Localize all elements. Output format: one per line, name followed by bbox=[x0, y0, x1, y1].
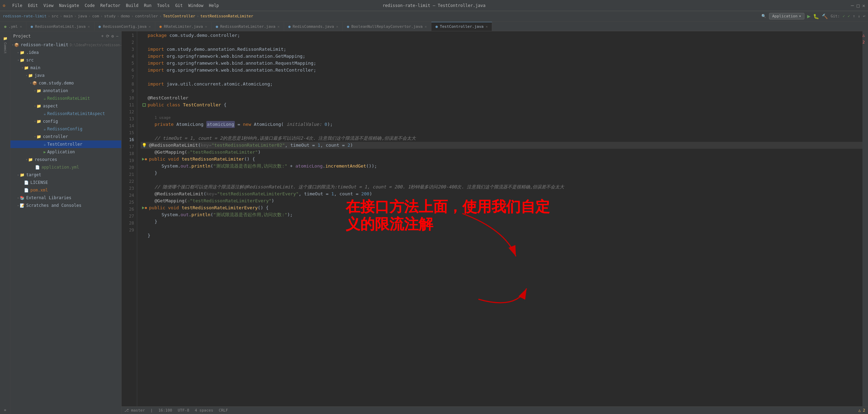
maximize-button[interactable]: □ bbox=[857, 3, 859, 8]
tree-package[interactable]: ▾ 📦 com.study.demo bbox=[10, 79, 121, 87]
menu-view[interactable]: View bbox=[43, 3, 53, 8]
breadcrumb-main[interactable]: main bbox=[64, 14, 73, 18]
tree-external-libs[interactable]: ▸ 📚 External Libraries bbox=[10, 194, 121, 202]
run-button[interactable]: ▶ bbox=[807, 13, 811, 19]
tree-redissonconfig-class[interactable]: ▸ ☕ RedissonConfig bbox=[10, 125, 121, 133]
project-icon[interactable]: 📁 bbox=[1, 34, 9, 42]
menu-code[interactable]: Code bbox=[85, 3, 95, 8]
close-button[interactable]: ✕ bbox=[862, 3, 865, 8]
encoding-info[interactable]: UTF-8 bbox=[178, 408, 189, 413]
structure-icon[interactable]: ≡ bbox=[1, 406, 9, 414]
tab-booleanconvertor[interactable]: ● BooleanNullReplayConvertor.java ✕ bbox=[343, 22, 431, 31]
menu-refactor[interactable]: Refactor bbox=[100, 3, 121, 8]
tree-redissonratelimit-class[interactable]: ▸ ☕ RedissonRateLimit bbox=[10, 95, 121, 102]
project-add-icon[interactable]: + bbox=[101, 34, 104, 39]
menu-window[interactable]: Window bbox=[188, 3, 203, 8]
tab-ratelimit[interactable]: ● RedissonRateLimit.java ✕ bbox=[26, 22, 94, 31]
tree-controller[interactable]: ▾ 📁 controller bbox=[10, 133, 121, 140]
breadcrumb-method[interactable]: testRedissonRateLimiter bbox=[200, 14, 253, 18]
scratches-icon: 📝 bbox=[20, 203, 25, 208]
tree-license[interactable]: ▸ 📄 LICENSE bbox=[10, 179, 121, 186]
git-check-icon[interactable]: ✓ bbox=[843, 14, 845, 18]
tree-aspect[interactable]: ▾ 📁 aspect bbox=[10, 102, 121, 110]
tree-root[interactable]: ▾ 📦 redisson-rate-limit D:\IdeaProjects\… bbox=[10, 41, 121, 49]
project-sync-icon[interactable]: ⟳ bbox=[106, 34, 109, 39]
project-collapse-icon[interactable]: − bbox=[116, 34, 118, 39]
minimize-button[interactable]: ─ bbox=[851, 3, 854, 8]
git-branch[interactable]: ⎇ master bbox=[124, 408, 145, 413]
menu-run[interactable]: Run bbox=[144, 3, 152, 8]
breadcrumb-java[interactable]: java bbox=[78, 14, 87, 18]
indent-info[interactable]: 4 spaces bbox=[195, 408, 213, 413]
bulb-icon[interactable]: 💡 bbox=[142, 142, 147, 149]
git-push-icon[interactable]: ↑ bbox=[853, 14, 855, 18]
tree-pom[interactable]: ▸ 📄 pom.xml bbox=[10, 186, 121, 194]
tree-idea[interactable]: ▸ 📁 .idea bbox=[10, 49, 121, 56]
tab-rediscommands-close[interactable]: ✕ bbox=[336, 25, 338, 29]
breadcrumb-com[interactable]: com bbox=[92, 14, 99, 18]
code-content[interactable]: package com.study.demo.controller; impor… bbox=[137, 31, 862, 406]
tree-testcontroller[interactable]: ▸ ☕ TestController bbox=[10, 140, 121, 148]
git-check2-icon[interactable]: ✓ bbox=[848, 14, 850, 18]
menu-edit[interactable]: Edit bbox=[28, 3, 38, 8]
idea-arrow: ▸ bbox=[17, 51, 19, 54]
tree-aspect-class[interactable]: ▸ ☕ RedissonRateLimitAspect bbox=[10, 110, 121, 117]
breadcrumb-class[interactable]: TestController bbox=[163, 14, 195, 18]
tree-target[interactable]: ▸ 📁 target bbox=[10, 171, 121, 179]
tab-config-close[interactable]: ✕ bbox=[149, 25, 151, 29]
tab-ratelimit-close[interactable]: ✕ bbox=[88, 25, 90, 29]
tree-src[interactable]: ▾ 📁 src bbox=[10, 56, 121, 64]
menu-navigate[interactable]: Navigate bbox=[59, 3, 79, 8]
menu-tools[interactable]: Tools bbox=[157, 3, 170, 8]
tab-testcontroller-close[interactable]: ✕ bbox=[486, 25, 488, 29]
warnings-info[interactable]: △ 2 bbox=[858, 408, 865, 413]
menu-build[interactable]: Build bbox=[126, 3, 138, 8]
build-button[interactable]: 🔨 bbox=[822, 14, 828, 19]
ln-3: 3 bbox=[122, 46, 134, 53]
tab-rratelimiter[interactable]: ● RRateLimiter.java ✕ bbox=[155, 22, 212, 31]
menu-help[interactable]: Help bbox=[209, 3, 219, 8]
code-line-20: } bbox=[141, 170, 862, 177]
crlf-info[interactable]: CRLF bbox=[219, 408, 228, 413]
tab-yml-label: .yml bbox=[9, 24, 18, 29]
tab-redissonratelimiter-close[interactable]: ✕ bbox=[278, 25, 280, 29]
tab-rratelimiter-close[interactable]: ✕ bbox=[205, 25, 207, 29]
tab-rediscommands[interactable]: ● RedisCommands.java ✕ bbox=[284, 22, 343, 31]
menu-file[interactable]: File bbox=[12, 3, 22, 8]
tree-application[interactable]: ▸ ▶ Application bbox=[10, 148, 121, 156]
tab-yml-close[interactable]: ✕ bbox=[20, 25, 22, 29]
breadcrumb-controller[interactable]: controller bbox=[135, 14, 158, 18]
debug-button[interactable]: 🐛 bbox=[813, 14, 819, 19]
breadcrumb-src[interactable]: src bbox=[51, 14, 58, 18]
commit-icon[interactable]: Commit bbox=[1, 44, 9, 52]
code-line-19: System.out.println("测试限流器是否起作用,访问次数:" + … bbox=[141, 163, 862, 170]
code-area[interactable]: 1 2 3 4 5 6 7 8 9 10 11 12 13 14 15 16 1… bbox=[122, 31, 868, 406]
editor[interactable]: 1 2 3 4 5 6 7 8 9 10 11 12 13 14 15 16 1… bbox=[122, 31, 868, 414]
tab-yml[interactable]: ● .yml ✕ bbox=[0, 22, 26, 31]
ln-25: 25 bbox=[122, 199, 134, 206]
run-config-label: Application bbox=[772, 14, 797, 18]
tree-main[interactable]: ▾ 📁 main bbox=[10, 64, 121, 72]
menu-git[interactable]: Git bbox=[175, 3, 183, 8]
tree-application-yml[interactable]: ▸ 📄 application.yml bbox=[10, 163, 121, 171]
tree-config[interactable]: ▾ 📁 config bbox=[10, 117, 121, 125]
tab-config[interactable]: ● RedissonConfig.java ✕ bbox=[94, 22, 156, 31]
search-icon[interactable]: 🔍 bbox=[761, 14, 766, 18]
tab-booleanconvertor-close[interactable]: ✕ bbox=[425, 25, 427, 29]
tree-java[interactable]: ▾ 📁 java bbox=[10, 72, 121, 79]
breadcrumb-root[interactable]: redisson-rate-limit bbox=[3, 14, 47, 18]
tree-annotation[interactable]: ▾ 📁 annotation bbox=[10, 87, 121, 95]
run-config-selector[interactable]: Application ▾ bbox=[769, 13, 804, 19]
breadcrumb-study[interactable]: study bbox=[104, 14, 116, 18]
code-line-9 bbox=[141, 88, 862, 95]
tab-rratelimiter-icon: ● bbox=[159, 24, 162, 29]
ln-14: 14 bbox=[122, 122, 134, 129]
breadcrumb-demo[interactable]: demo bbox=[121, 14, 130, 18]
project-settings-icon[interactable]: ⚙ bbox=[111, 34, 114, 39]
tab-testcontroller[interactable]: ● TestController.java ✕ bbox=[431, 22, 493, 31]
tree-resources[interactable]: ▾ 📁 resources bbox=[10, 156, 121, 163]
tree-scratches[interactable]: ▸ 📝 Scratches and Consoles bbox=[10, 202, 121, 209]
undo-button[interactable]: ↩ bbox=[863, 14, 865, 18]
git-pull-icon[interactable]: ↓ bbox=[858, 14, 860, 18]
tab-redissonratelimiter[interactable]: ● RedissonRateLimiter.java ✕ bbox=[212, 22, 284, 31]
